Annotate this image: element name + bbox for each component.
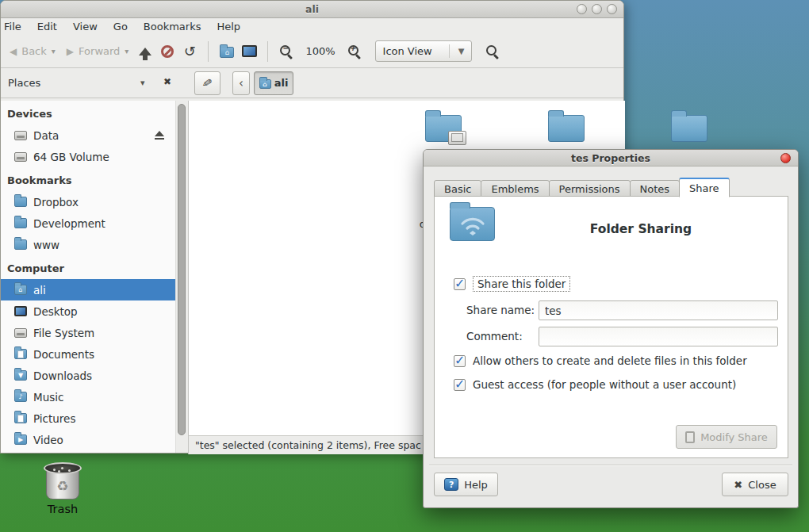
sidebar-item-documents[interactable]: Documents [1,343,175,365]
view-mode-select[interactable]: Icon View ▼ [375,40,472,62]
home-button[interactable]: ⌂ [216,40,238,63]
drive-icon [14,131,27,140]
help-label: Help [464,479,488,491]
window-button-maximize[interactable] [592,4,602,14]
tab-permissions[interactable]: Permissions [549,180,631,197]
allow-others-row: Allow others to create and delete files … [454,354,747,367]
sidebar-item-desktop[interactable]: Desktop [1,300,175,322]
path-current-label: ali [274,77,289,89]
window-button-minimize[interactable] [577,4,587,14]
menu-bookmarks[interactable]: Bookmarks [136,18,209,35]
zoom-out-icon: − [279,44,293,59]
close-button[interactable]: ✖ Close [722,473,788,496]
share-name-input[interactable] [539,300,778,320]
places-label: Places [8,77,40,89]
sidebar-item-video[interactable]: ▶ Video [1,429,175,450]
comment-label: Comment: [466,327,523,346]
chevron-down-icon[interactable]: ▾ [140,78,145,88]
eject-icon[interactable] [154,131,165,140]
folder-videos-icon: ▶ [14,434,27,445]
tab-emblems[interactable]: Emblems [481,180,549,197]
forward-dropdown-icon[interactable]: ▾ [125,47,128,55]
modify-share-label: Modify Share [700,431,768,443]
drive-emblem-icon [448,131,466,145]
sidebar-header-computer: Computer [1,255,175,279]
edit-path-button[interactable]: ✎ [194,71,220,95]
menu-edit[interactable]: Edit [29,18,65,35]
zoom-level: 100% [297,45,343,57]
close-side-pane-icon[interactable]: ✖ [163,76,171,87]
sidebar-item-development[interactable]: Development [1,212,175,234]
guest-access-row: Guest access (for people without a user … [454,378,736,391]
sidebar-item-64gb-volume[interactable]: 64 GB Volume [1,146,175,167]
share-tab-panel: Folder Sharing Share this folder Share n… [434,196,788,458]
stop-button[interactable] [156,40,178,63]
sidebar-scrollbar[interactable] [175,101,187,453]
path-button-current[interactable]: ⌂ ali [254,71,293,95]
share-name-label: Share name: [466,300,535,320]
back-button[interactable]: ◀ Back ▾ [4,45,61,57]
sidebar-item-data[interactable]: Data [1,124,175,146]
sidebar-item-music[interactable]: ♪ Music [1,386,175,408]
up-arrow-icon [139,48,151,55]
menu-help[interactable]: Help [209,18,248,35]
tab-basic[interactable]: Basic [434,180,481,197]
share-this-folder-label[interactable]: Share this folder [473,276,570,292]
guest-access-checkbox[interactable] [454,379,466,391]
share-this-folder-checkbox[interactable] [454,278,466,290]
path-scroll-left-button[interactable]: ‹ [232,71,250,95]
toolbar: ◀ Back ▾ ▶ Forward ▾ ↺ ⌂ − 100% + Icon V… [1,35,623,68]
help-button[interactable]: ? Help [434,473,498,496]
dialog-titlebar[interactable]: tes Properties [424,150,798,166]
properties-dialog: tes Properties Basic Emblems Permissions… [423,149,799,508]
menu-go[interactable]: Go [105,18,136,35]
tab-notes[interactable]: Notes [630,180,681,197]
dialog-separator [429,465,792,465]
sidebar-item-dropbox[interactable]: Dropbox [1,191,175,212]
sidebar-item-ali[interactable]: ⌂ ali [1,279,175,300]
folder-icon [14,239,27,250]
zoom-out-button[interactable]: − [275,40,297,63]
forward-button[interactable]: ▶ Forward ▾ [61,45,135,57]
sidebar-item-pictures[interactable]: Pictures [1,408,175,429]
window-button-close[interactable] [607,4,617,14]
back-dropdown-icon[interactable]: ▾ [52,47,56,55]
zoom-in-button[interactable]: + [343,40,366,63]
sidebar-item-downloads[interactable]: ▼ Downloads [1,365,175,386]
pathbar: Places ▾ ✖ ✎ ‹ ⌂ ali [1,68,623,98]
folder-sharing-heading: Folder Sharing [506,222,776,236]
help-icon: ? [444,478,458,491]
drive-icon [14,328,27,338]
sidebar-item-file-system[interactable]: File System [1,322,175,343]
search-button[interactable] [481,40,504,63]
up-button[interactable] [134,40,156,63]
trash-desktop-icon[interactable]: ♻ Trash [32,462,94,515]
reload-button[interactable]: ↺ [178,40,201,63]
tab-share[interactable]: Share [679,178,730,197]
monitor-icon [14,306,27,316]
sidebar-header-bookmarks: Bookmarks [1,167,175,191]
statusbar-text: "tes" selected (containing 2 items), Fre… [195,439,421,451]
window-titlebar[interactable]: ali [1,1,623,18]
pencil-icon: ✎ [201,75,214,91]
folder-music-icon: ♪ [14,392,27,402]
menu-file[interactable]: File [0,18,29,35]
home-icon: ⌂ [14,285,27,295]
zoom-in-icon: + [347,44,362,59]
allow-others-checkbox[interactable] [454,355,466,367]
desktop-button[interactable] [238,40,260,63]
allow-others-label: Allow others to create and delete files … [473,354,747,367]
close-icon: ✖ [734,479,742,491]
menu-view[interactable]: View [65,18,105,35]
folder-pictures-icon [14,413,27,423]
reload-icon: ↺ [184,44,196,59]
side-pane-selector[interactable]: Places ▾ ✖ [1,68,186,98]
sidebar-item-www[interactable]: www [1,234,175,255]
sidebar-header-devices: Devices [1,101,175,124]
sidebar-scrollbar-thumb[interactable] [178,104,186,435]
comment-input[interactable] [539,327,778,346]
window-buttons [577,4,617,14]
places-sidebar: Devices Data 64 GB Volume Bookmarks Drop… [1,101,175,453]
modify-share-button[interactable]: Modify Share [676,425,777,449]
dialog-close-button[interactable] [780,153,791,163]
